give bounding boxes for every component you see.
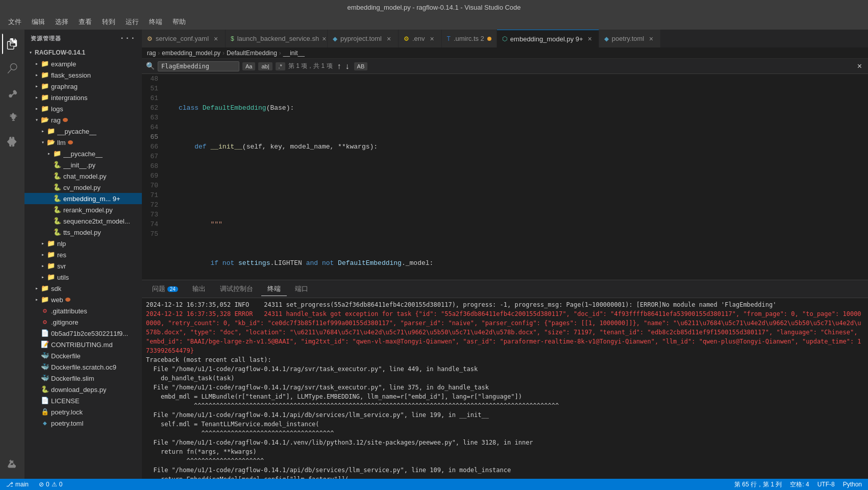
menu-terminal[interactable]: 终端 [145, 16, 166, 28]
menu-help[interactable]: 帮助 [168, 16, 190, 28]
code-editor: 48 51 61 62 63 64 65 66 67 68 69 70 71 7… [142, 74, 868, 280]
sidebar-item-LICENSE[interactable]: 📄LICENSE [24, 395, 142, 406]
line-number-70: 70 [142, 181, 162, 190]
sidebar-item-sdk[interactable]: ▸📁sdk [24, 283, 142, 294]
sidebar-item-0b5ad71b2ce5302211f9---[interactable]: 📄0b5ad71b2ce5302211f9... [24, 328, 142, 339]
tab-umirc[interactable]: T .umirc.ts 2 [442, 30, 497, 47]
tree-item-label: graphrag [51, 83, 78, 90]
tab-service-conf[interactable]: ⚙ service_conf.yaml × [142, 30, 226, 47]
sidebar-item--gitattributes[interactable]: ⚙.gitattributes [24, 305, 142, 316]
status-encoding[interactable]: UTF-8 [815, 480, 837, 489]
tab-pyproject[interactable]: ◆ pyproject.toml × [328, 30, 399, 47]
sidebar-item-llm[interactable]: ▾📂llm● [24, 137, 142, 148]
find-close-button[interactable]: × [855, 62, 864, 71]
sidebar-item---pycache--[interactable]: ▸📁__pycache__ [24, 126, 142, 137]
folder-file-icon: 📁 [41, 82, 49, 90]
panel-tab-debug[interactable]: 调试控制台 [214, 282, 259, 296]
explorer-activity-icon[interactable] [2, 34, 22, 54]
tree-item-label: rag [51, 116, 61, 124]
tab-poetry[interactable]: ◆ poetry.toml × [599, 30, 661, 47]
sidebar-item-Dockerfile[interactable]: 🐳Dockerfile [24, 350, 142, 361]
panel-content[interactable]: 2024-12-12 16:37:35,052 INFO 24311 set_p… [142, 298, 868, 479]
sidebar-more-icon[interactable]: ··· [119, 34, 136, 43]
line-number-75: 75 [142, 229, 162, 239]
menu-edit[interactable]: 编辑 [28, 16, 49, 28]
sidebar-item-rag[interactable]: ▾📂rag● [24, 114, 142, 126]
debug-activity-icon[interactable] [2, 107, 22, 128]
sidebar-item---pycache--[interactable]: ▸📁__pycache__ [24, 148, 142, 159]
tree-item-label: __pycache__ [57, 128, 96, 135]
tab-close-icon[interactable]: × [428, 35, 436, 43]
find-match-case[interactable]: Aa [242, 62, 255, 70]
sidebar-item-poetry-toml[interactable]: ◆poetry.toml [24, 418, 142, 429]
status-indent[interactable]: 空格: 4 [788, 480, 811, 489]
tree-root[interactable]: ▾ RAGFLOW-0.14.1 [24, 47, 142, 58]
sidebar-item-download-deps-py[interactable]: 🐍download_deps.py [24, 384, 142, 395]
code-content[interactable]: class DefaultEmbedding(Base): def __init… [166, 74, 868, 280]
tab-close-icon[interactable]: × [385, 35, 393, 43]
menu-goto[interactable]: 转到 [98, 16, 119, 28]
sidebar-item-CONTRIBUTING-md[interactable]: 📝CONTRIBUTING.md [24, 339, 142, 350]
tree-item-label: chat_model.py [63, 173, 107, 180]
tree-item-label: logs [51, 105, 63, 113]
flask-activity-icon[interactable] [2, 454, 22, 475]
panel-tab-output[interactable]: 输出 [186, 282, 212, 296]
sidebar-item-flask-session[interactable]: ▸📁flask_session [24, 69, 142, 81]
menu-file[interactable]: 文件 [4, 16, 26, 28]
sidebar-item-example[interactable]: ▸📁example [24, 58, 142, 69]
tab-close-icon[interactable]: × [586, 35, 593, 43]
sidebar-item-res[interactable]: ▸📁res [24, 249, 142, 260]
sidebar-title: 资源管理器 [31, 35, 61, 42]
sidebar-item-intergrations[interactable]: ▸📁intergrations [24, 92, 142, 103]
find-next-button[interactable]: ↓ [344, 62, 351, 71]
sidebar-item---init---py[interactable]: 🐍__init__.py [24, 159, 142, 170]
activity-bar [0, 30, 24, 479]
sidebar-item-graphrag[interactable]: ▸📁graphrag [24, 81, 142, 92]
sidebar-item-cv-model-py[interactable]: 🐍cv_model.py [24, 182, 142, 193]
main-layout: 资源管理器 ··· ▾ RAGFLOW-0.14.1 ▸📁example▸📁fl… [0, 30, 868, 479]
sidebar-item-sequence2txt-model---[interactable]: 🐍sequence2txt_model... [24, 215, 142, 227]
git-activity-icon[interactable] [2, 83, 22, 103]
sidebar-item-Dockerfile-scratch-oc9[interactable]: 🐳Dockerfile.scratch.oc9 [24, 361, 142, 373]
folder-file-icon: 📁 [41, 105, 49, 113]
sidebar-item-poetry-lock[interactable]: 🔒poetry.lock [24, 406, 142, 418]
sidebar-item-utils[interactable]: ▸📁utils [24, 272, 142, 283]
tab-env[interactable]: ⚙ .env × [399, 30, 442, 47]
status-errors[interactable]: ⊘ 0 ⚠ 0 [37, 481, 64, 488]
menu-run[interactable]: 运行 [121, 16, 143, 28]
sidebar-item-rerank-model-py[interactable]: 🐍rerank_model.py [24, 204, 142, 215]
status-language[interactable]: Python [841, 480, 864, 489]
sidebar-item-chat-model-py[interactable]: 🐍chat_model.py [24, 170, 142, 182]
find-preserve-case[interactable]: AB [354, 62, 368, 70]
sidebar-item-embedding-m----9-[interactable]: 🐍embedding_m... 9+ [24, 193, 142, 204]
panel-tab-terminal[interactable]: 终端 [261, 282, 287, 296]
breadcrumb-class[interactable]: DefaultEmbedding [227, 50, 277, 57]
breadcrumb-rag[interactable]: rag [147, 50, 156, 57]
find-regex[interactable]: .* [276, 62, 285, 70]
menu-view[interactable]: 查看 [75, 16, 96, 28]
find-whole-word[interactable]: ab| [258, 62, 272, 70]
sidebar-item-nlp[interactable]: ▸📁nlp [24, 238, 142, 249]
tab-close-icon[interactable]: × [212, 35, 220, 43]
sidebar-item-web[interactable]: ▸📁web● [24, 294, 142, 305]
status-cursor[interactable]: 第 65 行，第 1 列 [732, 480, 784, 489]
extensions-activity-icon[interactable] [2, 132, 22, 152]
tab-embedding[interactable]: ⬡ embedding_model.py 9+ × [497, 30, 599, 47]
panel-tab-problems[interactable]: 问题 24 [146, 282, 184, 296]
sidebar-item-logs[interactable]: ▸📁logs [24, 103, 142, 114]
sidebar-item-tts-model-py[interactable]: 🐍tts_model.py [24, 227, 142, 238]
sidebar-item--gitignore[interactable]: ⚙.gitignore [24, 316, 142, 328]
breadcrumb-file[interactable]: embedding_model.py [162, 50, 220, 57]
tab-close-icon[interactable]: × [647, 35, 655, 43]
tab-launch[interactable]: $ launch_backend_service.sh × [226, 30, 328, 47]
find-input[interactable] [158, 61, 239, 71]
panel-tab-ports[interactable]: 端口 [289, 282, 314, 296]
find-prev-button[interactable]: ↑ [336, 62, 343, 71]
breadcrumb-method[interactable]: __init__ [283, 50, 305, 57]
tab-close-icon[interactable]: × [322, 35, 326, 43]
sidebar-item-Dockerfile-slim[interactable]: 🐳Dockerfile.slim [24, 373, 142, 384]
sidebar-item-svr[interactable]: ▸📁svr [24, 260, 142, 272]
menu-select[interactable]: 选择 [51, 16, 72, 28]
status-git-branch[interactable]: ⎇ main [4, 481, 31, 488]
search-activity-icon[interactable] [2, 58, 22, 79]
